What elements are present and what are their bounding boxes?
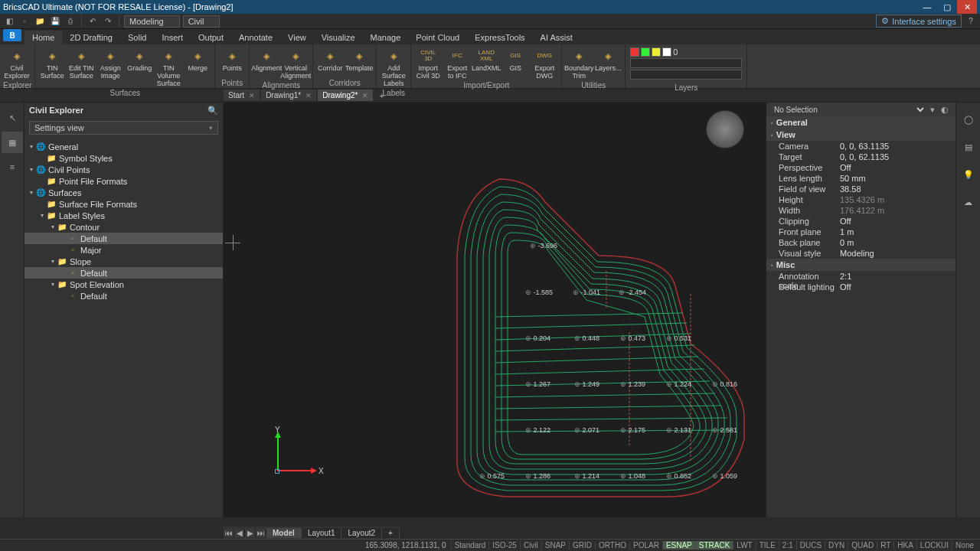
redo-icon[interactable]: ↷ bbox=[102, 15, 114, 28]
prop-row[interactable]: ClippingOff bbox=[766, 216, 956, 227]
prop-row[interactable]: PerspectiveOff bbox=[766, 162, 956, 173]
tree-item-default[interactable]: ▫Default bbox=[24, 267, 223, 279]
tree-item-major[interactable]: ▫Major bbox=[24, 244, 223, 256]
ribbon-btn-grading[interactable]: ◈Grading bbox=[126, 46, 153, 73]
prop-row[interactable]: Camera0, 0, 63.1135 bbox=[766, 141, 956, 152]
ribbon-btn-export-to-ifc[interactable]: IFCExport to IFC bbox=[443, 46, 471, 80]
ribbon-btn-tin-volume-surface[interactable]: ◈TIN Volume Surface bbox=[155, 46, 182, 88]
tree-item-label-styles[interactable]: ▾📁Label Styles bbox=[24, 210, 223, 221]
new-icon[interactable]: ▫ bbox=[18, 15, 31, 28]
tree-item-symbol-styles[interactable]: 📁Symbol Styles bbox=[24, 152, 223, 164]
ribbon-btn-assign-image[interactable]: ◈Assign Image bbox=[96, 46, 124, 80]
structure-panel-icon[interactable]: ≡ bbox=[2, 156, 23, 178]
ribbon-btn-vertical-alignment[interactable]: ◈Vertical Alignment bbox=[282, 46, 309, 80]
workspace-dropdown[interactable]: Modeling bbox=[124, 15, 180, 28]
open-icon[interactable]: 📁 bbox=[34, 15, 46, 28]
ribbon-tab-view[interactable]: View bbox=[280, 31, 314, 44]
app-menu-icon[interactable]: ◧ bbox=[3, 15, 15, 28]
layer-color-swatch[interactable] bbox=[652, 47, 661, 57]
status-toggle-esnap[interactable]: ESNAP bbox=[662, 541, 695, 549]
civil-explorer-icon[interactable]: ▦ bbox=[2, 132, 23, 153]
selection-dropdown[interactable]: No Selection bbox=[771, 105, 926, 115]
ribbon-tab-home[interactable]: Home bbox=[24, 31, 62, 44]
ribbon-tab-expresstools[interactable]: ExpressTools bbox=[467, 31, 532, 44]
layout-tab-model[interactable]: Model bbox=[266, 528, 302, 538]
tips-panel-icon[interactable]: ◯ bbox=[959, 109, 978, 130]
interface-settings-button[interactable]: ⚙ Interface settings bbox=[876, 15, 962, 28]
status-toggle-lwt[interactable]: LWT bbox=[733, 541, 755, 549]
help-icon[interactable]: ? bbox=[965, 15, 977, 28]
search-icon[interactable]: 🔍 bbox=[207, 106, 218, 116]
layer-color-swatch[interactable] bbox=[641, 47, 650, 57]
ribbon-btn-tin-surface[interactable]: ◈TIN Surface bbox=[38, 46, 66, 80]
ribbon-btn-landxml[interactable]: LAND XMLLandXML bbox=[472, 46, 500, 73]
ribbon-tab-ai-assist[interactable]: AI Assist bbox=[533, 31, 580, 44]
prop-section-view[interactable]: View bbox=[766, 129, 956, 141]
status-toggle-grid[interactable]: GRID bbox=[569, 541, 595, 549]
prop-row[interactable]: Default lightingOff bbox=[766, 282, 956, 292]
ribbon-btn-alignment[interactable]: ◈Alignment bbox=[253, 46, 280, 73]
expand-toggle-icon[interactable]: ▾ bbox=[49, 281, 57, 288]
layer-color-swatch[interactable] bbox=[662, 47, 671, 57]
print-icon[interactable]: ⎙ bbox=[64, 15, 77, 28]
layout-nav-first[interactable]: ⏮ bbox=[224, 529, 234, 537]
lightbulb-icon[interactable]: 💡 bbox=[959, 164, 978, 185]
ribbon-tab-solid[interactable]: Solid bbox=[120, 31, 154, 44]
layout-nav-last[interactable]: ⏭ bbox=[256, 529, 266, 537]
expand-toggle-icon[interactable]: ▾ bbox=[28, 166, 35, 173]
ribbon-btn-gis[interactable]: GISGIS bbox=[501, 46, 529, 73]
layout-tab-layout2[interactable]: Layout2 bbox=[341, 528, 382, 538]
maximize-button[interactable]: ▢ bbox=[937, 0, 957, 14]
layout-tab-layout1[interactable]: Layout1 bbox=[302, 528, 342, 538]
filter-icon[interactable]: ▾ bbox=[926, 105, 939, 115]
close-button[interactable]: ✕ bbox=[957, 0, 977, 14]
status-discipline[interactable]: Civil bbox=[520, 541, 541, 549]
discipline-dropdown[interactable]: Civil bbox=[183, 15, 220, 28]
prop-row[interactable]: Height135.4326 m bbox=[766, 194, 956, 205]
doc-tab[interactable]: Drawing1*✕ bbox=[261, 90, 316, 101]
layer-name-input[interactable] bbox=[630, 58, 742, 68]
prop-section-general[interactable]: General bbox=[766, 116, 956, 129]
prop-row[interactable]: Back plane0 m bbox=[766, 237, 956, 248]
tree-item-civil-points[interactable]: ▾🌐Civil Points bbox=[24, 164, 223, 175]
view-cube[interactable] bbox=[706, 110, 744, 148]
status-toggle-tile[interactable]: TILE bbox=[756, 541, 779, 549]
status-toggle-snap[interactable]: SNAP bbox=[541, 541, 569, 549]
expand-toggle-icon[interactable]: ▾ bbox=[28, 143, 35, 150]
status-toggle-dyn[interactable]: DYN bbox=[825, 541, 848, 549]
prop-row[interactable]: Width176.4122 m bbox=[766, 205, 956, 216]
ribbon-btn-template[interactable]: ◈Template bbox=[345, 46, 373, 73]
layout-nav-next[interactable]: ▶ bbox=[245, 529, 256, 537]
prop-row[interactable]: Visual styleModeling bbox=[766, 248, 956, 259]
status-toggle-strack[interactable]: STRACK bbox=[695, 541, 733, 549]
expand-toggle-icon[interactable]: ▾ bbox=[28, 189, 35, 196]
ribbon-tab-output[interactable]: Output bbox=[191, 31, 231, 44]
ribbon-btn-points[interactable]: ◈Points bbox=[218, 46, 246, 73]
tree-item-surface-file-formats[interactable]: 📁Surface File Formats bbox=[24, 198, 223, 210]
status-scale[interactable]: Standard bbox=[451, 541, 489, 549]
drawing-viewport[interactable]: -3.696-1.585-1.041-2.4540.2040.4480.4730… bbox=[224, 103, 766, 517]
prop-section-misc[interactable]: Misc bbox=[766, 259, 956, 271]
tree-item-default[interactable]: ▫Default bbox=[24, 233, 223, 244]
close-tab-icon[interactable]: ✕ bbox=[362, 92, 368, 99]
tree-item-default[interactable]: ▫Default bbox=[24, 290, 223, 302]
pin-icon[interactable]: ◐ bbox=[939, 105, 951, 115]
undo-icon[interactable]: ↶ bbox=[87, 15, 99, 28]
ribbon-tab-annotate[interactable]: Annotate bbox=[231, 31, 280, 44]
prop-row[interactable]: Annotation scale2:1 bbox=[766, 271, 956, 282]
tree-item-surfaces[interactable]: ▾🌐Surfaces bbox=[24, 187, 223, 198]
layers-panel-icon[interactable]: ▤ bbox=[959, 136, 978, 158]
ribbon-btn-layers[interactable]: ◈Layers... bbox=[594, 46, 622, 73]
prop-row[interactable]: Target0, 0, 62.1135 bbox=[766, 152, 956, 162]
status-iso[interactable]: ISO-25 bbox=[488, 541, 520, 549]
ribbon-btn-add-surface-labels[interactable]: ◈Add Surface Labels bbox=[380, 46, 407, 88]
status-none[interactable]: None bbox=[952, 541, 977, 549]
tree-item-contour[interactable]: ▾📁Contour bbox=[24, 221, 223, 233]
cursor-tool-icon[interactable]: ↖ bbox=[2, 107, 23, 129]
ribbon-tab-insert[interactable]: Insert bbox=[154, 31, 191, 44]
minimize-button[interactable]: — bbox=[917, 0, 937, 14]
status-toggle-lockui[interactable]: LOCKUI bbox=[916, 541, 952, 549]
status-toggle-quad[interactable]: QUAD bbox=[848, 541, 877, 549]
ribbon-tab-point-cloud[interactable]: Point Cloud bbox=[408, 31, 467, 44]
expand-toggle-icon[interactable]: ▾ bbox=[38, 212, 46, 219]
